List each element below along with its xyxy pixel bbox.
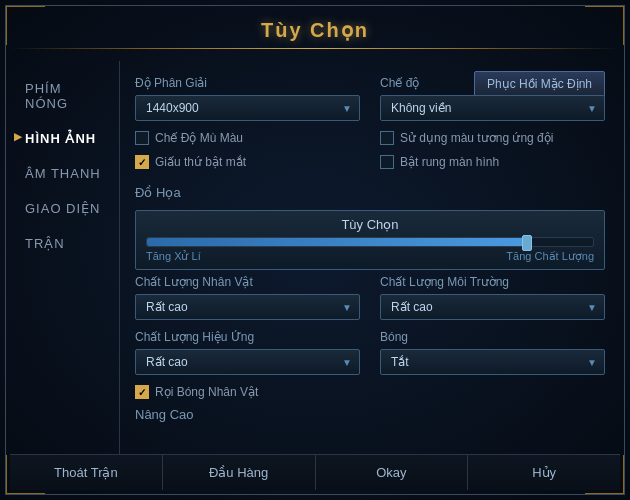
giau-thu-checkbox[interactable] (135, 155, 149, 169)
mode-select-wrapper: Không viền Toàn màn hình Cửa sổ ▼ (380, 95, 605, 121)
do-hoa-bar-label: Tùy Chọn (146, 217, 594, 232)
roi-bong-label: Rọi Bóng Nhân Vật (155, 385, 258, 399)
thoat-tran-button[interactable]: Thoát Trận (10, 455, 163, 490)
resolution-col: Độ Phân Giải 1440x900 1920x1080 1280x720… (135, 76, 360, 121)
giau-thu-label: Giấu thứ bật mắt (155, 155, 246, 169)
bong-select-wrapper: Tắt Bật Cao ▼ (380, 349, 605, 375)
sidebar-item-phim-nong[interactable]: PHÍM NÓNG (10, 71, 119, 121)
moi-truong-label: Chất Lượng Môi Trường (380, 275, 605, 289)
checkboxes-left: Chế Độ Mù Màu Giấu thứ bật mắt (135, 131, 360, 175)
checkboxes-row: Chế Độ Mù Màu Giấu thứ bật mắt Sử dụng m… (135, 131, 605, 175)
quality-row-1: Chất Lượng Nhân Vật Rất cao Cao Trung bì… (135, 275, 605, 320)
quality-slider[interactable] (146, 237, 594, 247)
nhan-vat-select-wrapper: Rất cao Cao Trung bình Thấp ▼ (135, 294, 360, 320)
resolution-label: Độ Phân Giải (135, 76, 360, 90)
nhan-vat-select[interactable]: Rất cao Cao Trung bình Thấp (135, 294, 360, 320)
do-hoa-title: Đồ Họa (135, 185, 605, 200)
che-do-mu-mau-row[interactable]: Chế Độ Mù Màu (135, 131, 360, 145)
hieu-ung-select-wrapper: Rất cao Cao Trung bình Thấp ▼ (135, 349, 360, 375)
hieu-ung-label: Chất Lượng Hiệu Ứng (135, 330, 360, 344)
hieu-ung-select[interactable]: Rất cao Cao Trung bình Thấp (135, 349, 360, 375)
moi-truong-col: Chất Lượng Môi Trường Rất cao Cao Trung … (380, 275, 605, 320)
sidebar-item-am-thanh[interactable]: ÂM THANH (10, 156, 119, 191)
do-hoa-section: Đồ Họa Tùy Chọn Tăng Xử Lí Tăng Chất Lượ… (135, 185, 605, 422)
resolution-select[interactable]: 1440x900 1920x1080 1280x720 (135, 95, 360, 121)
huy-button[interactable]: Hủy (468, 455, 620, 490)
main-panel: Phục Hồi Mặc Định Độ Phân Giải 1440x900 … (120, 61, 620, 454)
che-do-mu-mau-checkbox[interactable] (135, 131, 149, 145)
giau-thu-row[interactable]: Giấu thứ bật mắt (135, 155, 360, 169)
hieu-ung-col: Chất Lượng Hiệu Ứng Rất cao Cao Trung bì… (135, 330, 360, 375)
do-hoa-bar-container: Tùy Chọn Tăng Xử Lí Tăng Chất Lượng (135, 210, 605, 270)
sidebar-item-hinh-anh[interactable]: HÌNH ẢNH (10, 121, 119, 156)
dau-hang-button[interactable]: Đầu Hàng (163, 455, 316, 490)
roi-bong-checkbox[interactable] (135, 385, 149, 399)
bottom-bar: Thoát Trận Đầu Hàng Okay Hủy (10, 454, 620, 490)
main-container: Tùy Chọn PHÍM NÓNG HÌNH ẢNH ÂM THANH GIA… (10, 10, 620, 490)
su-dung-mau-checkbox[interactable] (380, 131, 394, 145)
slider-left-label: Tăng Xử Lí (146, 250, 201, 263)
nhan-vat-label: Chất Lượng Nhân Vật (135, 275, 360, 289)
slider-thumb[interactable] (522, 235, 532, 251)
restore-button[interactable]: Phục Hồi Mặc Định (474, 71, 605, 97)
quality-row-2: Chất Lượng Hiệu Ứng Rất cao Cao Trung bì… (135, 330, 605, 375)
sidebar: PHÍM NÓNG HÌNH ẢNH ÂM THANH GIAO DIỆN TR… (10, 61, 120, 454)
bat-rung-label: Bật rung màn hình (400, 155, 499, 169)
checkboxes-right: Sử dụng màu tương ứng đội Bật rung màn h… (380, 131, 605, 175)
moi-truong-select-wrapper: Rất cao Cao Trung bình Thấp ▼ (380, 294, 605, 320)
roi-bong-row[interactable]: Rọi Bóng Nhân Vật (135, 385, 605, 399)
mode-select[interactable]: Không viền Toàn màn hình Cửa sổ (380, 95, 605, 121)
slider-fill (147, 238, 526, 246)
bong-col: Bóng Tắt Bật Cao ▼ (380, 330, 605, 375)
page-title: Tùy Chọn (10, 18, 620, 42)
resolution-select-wrapper: 1440x900 1920x1080 1280x720 ▼ (135, 95, 360, 121)
slider-labels: Tăng Xử Lí Tăng Chất Lượng (146, 250, 594, 263)
su-dung-mau-label: Sử dụng màu tương ứng đội (400, 131, 553, 145)
slider-right-label: Tăng Chất Lượng (506, 250, 594, 263)
bong-select[interactable]: Tắt Bật Cao (380, 349, 605, 375)
sidebar-item-giao-dien[interactable]: GIAO DIỆN (10, 191, 119, 226)
su-dung-mau-row[interactable]: Sử dụng màu tương ứng đội (380, 131, 605, 145)
nhan-vat-col: Chất Lượng Nhân Vật Rất cao Cao Trung bì… (135, 275, 360, 320)
content-area: PHÍM NÓNG HÌNH ẢNH ÂM THANH GIAO DIỆN TR… (10, 61, 620, 454)
che-do-mu-mau-label: Chế Độ Mù Màu (155, 131, 243, 145)
sidebar-item-tran[interactable]: TRẬN (10, 226, 119, 261)
nang-cao-title: Nâng Cao (135, 407, 605, 422)
okay-button[interactable]: Okay (316, 455, 469, 490)
moi-truong-select[interactable]: Rất cao Cao Trung bình Thấp (380, 294, 605, 320)
title-bar: Tùy Chọn (10, 10, 620, 61)
bong-label: Bóng (380, 330, 605, 344)
title-divider (10, 48, 620, 49)
bat-rung-checkbox[interactable] (380, 155, 394, 169)
bat-rung-row[interactable]: Bật rung màn hình (380, 155, 605, 169)
